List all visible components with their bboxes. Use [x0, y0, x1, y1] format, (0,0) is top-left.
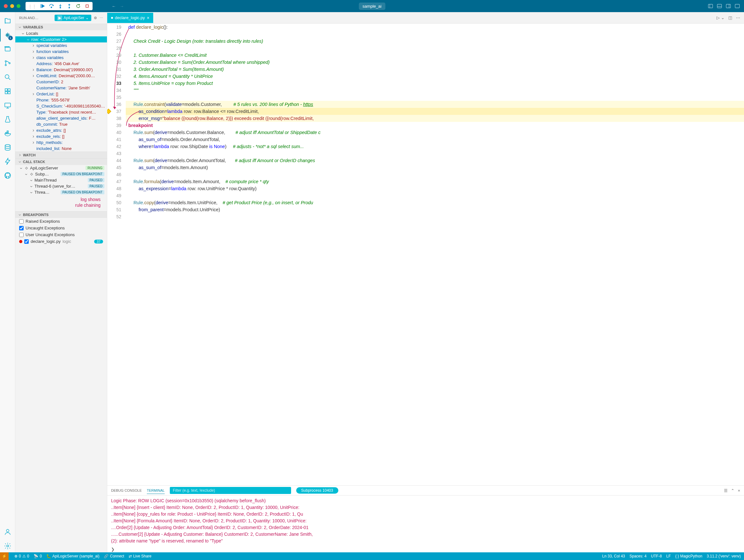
variables-header[interactable]: VARIABLES: [15, 24, 107, 30]
watch-header[interactable]: WATCH: [15, 152, 107, 158]
docker-icon[interactable]: [0, 127, 15, 140]
stop-button[interactable]: [84, 3, 90, 9]
search-icon[interactable]: [0, 71, 15, 84]
breakpoint-option[interactable]: Raised Exceptions: [15, 218, 107, 225]
variable-row[interactable]: Phone: '555-5678': [15, 97, 107, 103]
more-icon[interactable]: ⋯: [100, 16, 103, 20]
code-editor[interactable]: 19 26 27 28 29 30 31 32 33 34 35 36 37 3…: [107, 24, 744, 485]
terminal-close-icon[interactable]: ×: [738, 488, 740, 493]
errors-indicator[interactable]: ⊗ 0 ⚠ 0: [14, 554, 29, 558]
row-variable[interactable]: row: <Customer 2>: [15, 36, 107, 42]
variable-row[interactable]: exclude_rels: []: [15, 134, 107, 140]
code-content[interactable]: def declare_logic(): Check Credit - Logi…: [126, 24, 744, 485]
run-config-dropdown[interactable]: ▶ ApiLogicSer ⌄: [54, 15, 91, 21]
eol[interactable]: LF: [666, 554, 671, 558]
connect-button[interactable]: 🔗 Connect: [104, 554, 124, 558]
terminal-list-icon[interactable]: ☰: [724, 488, 728, 493]
subprocess-badge[interactable]: Subprocess 10403: [296, 487, 338, 494]
callstack-row[interactable]: MainThreadPAUSED: [15, 177, 107, 183]
breakpoint-option[interactable]: User Uncaught Exceptions: [15, 231, 107, 238]
tab-terminal[interactable]: TERMINAL: [147, 487, 165, 494]
debug-icon[interactable]: 1: [0, 29, 15, 41]
github-icon[interactable]: [0, 169, 15, 182]
thunder-icon[interactable]: [0, 155, 15, 168]
more-actions-icon[interactable]: ⋯: [736, 15, 740, 20]
extensions-icon[interactable]: [0, 85, 15, 98]
nav-forward-icon[interactable]: →: [120, 4, 124, 9]
terminal-output[interactable]: Logic Phase: ROW LOGIC (session=0x10d1b3…: [107, 495, 744, 546]
layout-sidebar-right-icon[interactable]: [726, 3, 731, 9]
split-editor-icon[interactable]: ◫: [729, 15, 732, 20]
callstack-row[interactable]: Threa…PAUSED ON BREAKPOINT: [15, 189, 107, 195]
testing-icon[interactable]: [0, 113, 15, 126]
svg-point-28: [31, 173, 32, 175]
variable-row[interactable]: CreditLimit: Decimal('2000.00…: [15, 73, 107, 79]
run-file-icon[interactable]: ▷ ⌄: [716, 15, 724, 20]
variable-row[interactable]: function variables: [15, 48, 107, 54]
breakpoints-header[interactable]: BREAKPOINTS: [15, 212, 107, 218]
terminal-tab-bar: DEBUG CONSOLE TERMINAL Subprocess 10403 …: [107, 486, 744, 495]
terminal-filter-input[interactable]: [170, 487, 291, 494]
variable-row[interactable]: CustomerID: 2: [15, 79, 107, 85]
ports-indicator[interactable]: 📡 0: [34, 554, 42, 558]
variable-row[interactable]: allow_client_generated_ids: F…: [15, 115, 107, 121]
gear-icon[interactable]: ⚙: [94, 16, 97, 20]
callstack-row[interactable]: ApiLogicServerRUNNING: [15, 165, 107, 171]
locals-group[interactable]: Locals: [15, 30, 107, 36]
layout-sidebar-left-icon[interactable]: [708, 3, 713, 9]
breakpoint-file[interactable]: declare_logic.py logic37: [15, 238, 107, 245]
callstack-panel: CALL STACK ApiLogicServerRUNNINGSubp…PAU…: [15, 158, 107, 195]
workspace-indicator[interactable]: 🐛 ApiLogicServer (sample_ai): [46, 554, 99, 558]
command-center[interactable]: sample_ai: [359, 3, 385, 10]
variable-row[interactable]: special variables: [15, 42, 107, 48]
database-icon[interactable]: [0, 141, 15, 154]
variable-row[interactable]: db_commit: True: [15, 121, 107, 127]
remote-indicator[interactable]: ⚡: [0, 552, 9, 560]
accounts-icon[interactable]: [0, 526, 15, 538]
remote-icon[interactable]: [0, 99, 15, 112]
variable-row[interactable]: OrderList: []: [15, 91, 107, 97]
file-tab[interactable]: declare_logic.py ×: [107, 13, 153, 23]
nav-back-icon[interactable]: ←: [112, 4, 116, 9]
variable-row[interactable]: CustomerName: 'Jane Smith': [15, 85, 107, 91]
terminal-prompt[interactable]: ❯: [107, 546, 744, 552]
layout-panel-icon[interactable]: [716, 3, 722, 9]
variable-row[interactable]: Type: 'Traceback (most recent…: [15, 109, 107, 115]
variable-row[interactable]: included_list: None: [15, 146, 107, 152]
settings-icon[interactable]: [0, 539, 15, 552]
variable-row[interactable]: exclude_attrs: []: [15, 127, 107, 134]
restart-button[interactable]: [75, 3, 81, 9]
python-interpreter[interactable]: 3.11.2 ('venv': venv): [707, 554, 741, 558]
callstack-row[interactable]: Subp…PAUSED ON BREAKPOINT: [15, 171, 107, 177]
variable-row[interactable]: http_methods:: [15, 140, 107, 146]
callstack-header[interactable]: CALL STACK: [15, 159, 107, 165]
callstack-row[interactable]: Thread-6 (serve_for…PAUSED: [15, 183, 107, 189]
explorer-icon[interactable]: [0, 15, 15, 28]
continue-button[interactable]: [40, 3, 45, 9]
minimize-window[interactable]: [10, 4, 14, 8]
source-control-icon[interactable]: [0, 57, 15, 70]
svg-rect-16: [8, 89, 10, 91]
layout-customize-icon[interactable]: [735, 3, 740, 9]
variable-row[interactable]: Balance: Decimal('199900.00'): [15, 67, 107, 73]
terminal-line: ......Customer[2] {Update - Adjusting Cu…: [111, 531, 740, 538]
terminal-collapse-icon[interactable]: ⌃: [731, 488, 735, 493]
encoding[interactable]: UTF-8: [651, 554, 662, 558]
step-over-button[interactable]: [48, 3, 54, 9]
tab-debug-console[interactable]: DEBUG CONSOLE: [111, 487, 142, 494]
breakpoint-option[interactable]: Uncaught Exceptions: [15, 225, 107, 231]
cursor-position[interactable]: Ln 33, Col 43: [602, 554, 625, 558]
variable-row[interactable]: Address: '456 Oak Ave': [15, 61, 107, 67]
liveshare-button[interactable]: ⇄ Live Share: [128, 554, 151, 558]
indentation[interactable]: Spaces: 4: [629, 554, 646, 558]
step-into-button[interactable]: [58, 3, 63, 9]
drag-handle-icon[interactable]: ⋮⋮: [28, 4, 36, 9]
step-out-button[interactable]: [66, 3, 72, 9]
variable-row[interactable]: class variables: [15, 54, 107, 61]
close-tab-icon[interactable]: ×: [147, 15, 149, 21]
close-window[interactable]: [4, 4, 8, 8]
project-icon[interactable]: [0, 43, 15, 55]
language-mode[interactable]: { } MagicPython: [675, 554, 703, 558]
variable-row[interactable]: S_CheckSum: '-491809811635040…: [15, 103, 107, 109]
maximize-window[interactable]: [16, 4, 21, 8]
